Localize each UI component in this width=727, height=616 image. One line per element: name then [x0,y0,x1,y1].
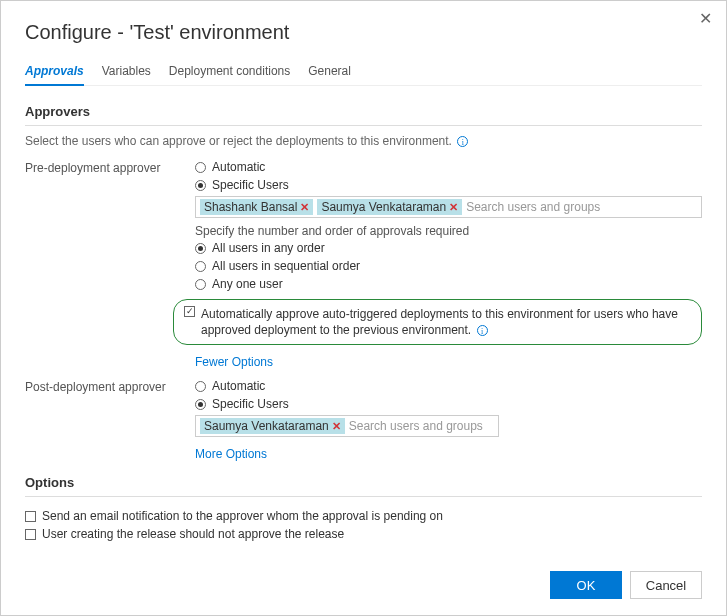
remove-user-icon[interactable]: ✕ [300,201,309,214]
approvers-helper-text: Select the users who can approve or reje… [25,134,452,148]
radio-label: Automatic [212,160,265,174]
option-creator-no-approve[interactable]: User creating the release should not app… [25,527,702,541]
pre-mode-specific[interactable]: Specific Users [195,178,702,192]
radio-icon [195,381,206,392]
remove-user-icon[interactable]: ✕ [449,201,458,214]
user-chip-label: Saumya Venkataraman [204,419,329,433]
dialog-title: Configure - 'Test' environment [25,21,702,44]
radio-icon [195,243,206,254]
post-deployment-row: Post-deployment approver Automatic Speci… [25,379,702,461]
order-any-order[interactable]: All users in any order [195,241,702,255]
auto-approve-checkbox[interactable]: ✓ Automatically approve auto-triggered d… [184,306,691,338]
divider [25,496,702,497]
pre-mode-automatic[interactable]: Automatic [195,160,702,174]
approvers-heading: Approvers [25,104,702,119]
option-label: Send an email notification to the approv… [42,509,443,523]
radio-icon [195,279,206,290]
search-placeholder: Search users and groups [349,419,483,433]
tab-variables[interactable]: Variables [102,60,151,85]
order-sequential[interactable]: All users in sequential order [195,259,702,273]
fewer-options-link[interactable]: Fewer Options [195,355,273,369]
option-label: User creating the release should not app… [42,527,344,541]
close-icon[interactable]: ✕ [699,11,712,27]
cancel-button[interactable]: Cancel [630,571,702,599]
pre-deployment-fields: Automatic Specific Users Shashank Bansal… [195,160,702,369]
user-chip: Shashank Bansal ✕ [200,199,313,215]
radio-label: All users in any order [212,241,325,255]
options-block: Send an email notification to the approv… [25,509,702,545]
info-icon[interactable]: i [477,325,488,336]
order-any-one[interactable]: Any one user [195,277,702,291]
radio-label: Specific Users [212,178,289,192]
radio-icon [195,261,206,272]
post-mode-specific[interactable]: Specific Users [195,397,702,411]
remove-user-icon[interactable]: ✕ [332,420,341,433]
tab-approvals[interactable]: Approvals [25,60,84,86]
pre-users-input[interactable]: Shashank Bansal ✕ Saumya Venkataraman ✕ … [195,196,702,218]
checkbox-icon [25,529,36,540]
checkbox-icon: ✓ [184,306,195,317]
radio-label: Specific Users [212,397,289,411]
more-options-link[interactable]: More Options [195,447,267,461]
divider [25,125,702,126]
post-users-input[interactable]: Saumya Venkataraman ✕ Search users and g… [195,415,499,437]
radio-label: Automatic [212,379,265,393]
configure-environment-dialog: ✕ Configure - 'Test' environment Approva… [0,0,727,616]
info-icon[interactable]: i [457,136,468,147]
pre-deployment-label: Pre-deployment approver [25,160,195,175]
ok-button[interactable]: OK [550,571,622,599]
radio-icon [195,399,206,410]
options-heading: Options [25,475,702,490]
radio-icon [195,180,206,191]
user-chip: Saumya Venkataraman ✕ [317,199,462,215]
dialog-buttons: OK Cancel [25,571,702,599]
auto-approve-label: Automatically approve auto-triggered dep… [201,307,678,337]
auto-approve-callout: ✓ Automatically approve auto-triggered d… [173,299,702,345]
radio-icon [195,162,206,173]
checkbox-icon [25,511,36,522]
post-deployment-label: Post-deployment approver [25,379,195,394]
user-chip: Saumya Venkataraman ✕ [200,418,345,434]
order-label: Specify the number and order of approval… [195,224,702,238]
tab-deployment-conditions[interactable]: Deployment conditions [169,60,290,85]
tab-bar: Approvals Variables Deployment condition… [25,60,702,86]
search-placeholder: Search users and groups [466,200,600,214]
radio-label: All users in sequential order [212,259,360,273]
auto-approve-text: Automatically approve auto-triggered dep… [201,306,691,338]
post-deployment-fields: Automatic Specific Users Saumya Venkatar… [195,379,702,461]
post-mode-automatic[interactable]: Automatic [195,379,702,393]
user-chip-label: Saumya Venkataraman [321,200,446,214]
radio-label: Any one user [212,277,283,291]
approvers-helper: Select the users who can approve or reje… [25,134,702,148]
pre-deployment-row: Pre-deployment approver Automatic Specif… [25,160,702,369]
user-chip-label: Shashank Bansal [204,200,297,214]
option-email-notify[interactable]: Send an email notification to the approv… [25,509,702,523]
tab-general[interactable]: General [308,60,351,85]
